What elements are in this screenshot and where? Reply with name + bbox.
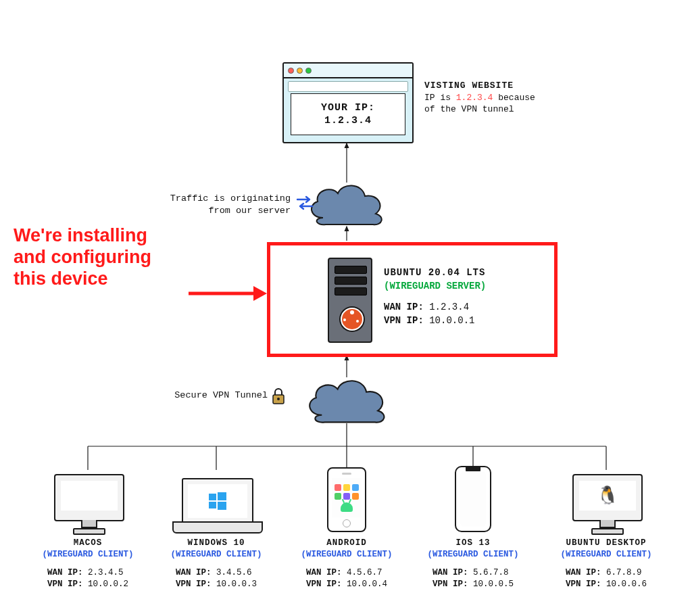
svg-rect-15	[209, 502, 216, 508]
android-phone-icon	[327, 467, 366, 532]
traffic-caption: Traffic is originating from our server	[142, 193, 291, 216]
server-wan-v: 1.2.3.4	[429, 302, 469, 312]
maximize-icon	[305, 68, 312, 74]
client-role: (WIREGUARD CLIENT)	[155, 549, 277, 561]
client-wan-v: 2.3.4.5	[88, 568, 124, 577]
client-role: (WIREGUARD CLIENT)	[27, 549, 149, 561]
client-vpn-v: 10.0.0.2	[88, 579, 128, 589]
server-vpn-k: VPN IP:	[384, 315, 424, 326]
clients-row: MACOS (WIREGUARD CLIENT) WAN IP: 2.3.4.5…	[0, 470, 692, 612]
tunnel-caption: Secure VPN Tunnel	[159, 390, 268, 400]
ubuntu-logo-icon	[341, 308, 364, 331]
client-windows: WINDOWS 10 (WIREGUARD CLIENT) WAN IP: 3.…	[155, 470, 277, 612]
callout-l2: and configuring	[14, 247, 189, 268]
traffic-arrows-icon	[296, 195, 314, 214]
client-ubuntu: 🐧 UBUNTU DESKTOP (WIREGUARD CLIENT) WAN …	[545, 470, 667, 612]
browser-content: YOUR IP: 1.2.3.4	[291, 93, 405, 135]
website-caption-ip: 1.2.3.4	[456, 93, 493, 103]
website-caption-suffix1: because	[493, 93, 535, 103]
traffic-caption-l2: from our server	[142, 205, 291, 217]
client-os: WINDOWS 10	[155, 538, 277, 549]
callout-arrow-icon	[187, 283, 268, 304]
client-ios: IOS 13 (WIREGUARD CLIENT) WAN IP: 5.6.7.…	[412, 470, 534, 612]
server-caption: UBUNTU 20.04 LTS (WIREGUARD SERVER) WAN …	[384, 266, 486, 327]
minimize-icon	[297, 68, 303, 74]
imac-icon	[54, 474, 122, 532]
client-android: ANDROID (WIREGUARD CLIENT) WAN IP: 4.5.6…	[286, 470, 407, 612]
client-os: MACOS	[27, 538, 149, 549]
client-os: ANDROID	[286, 538, 407, 549]
server-wan-k: WAN IP:	[384, 302, 424, 312]
client-macos: MACOS (WIREGUARD CLIENT) WAN IP: 2.3.4.5…	[27, 470, 149, 612]
cloud-vpn-icon	[295, 372, 399, 432]
server-icon	[328, 258, 372, 343]
server-vpn-v: 10.0.0.1	[429, 315, 474, 326]
server-highlight-box: UBUNTU 20.04 LTS (WIREGUARD SERVER) WAN …	[267, 242, 558, 357]
client-os: UBUNTU DESKTOP	[545, 538, 667, 549]
close-icon	[288, 68, 294, 74]
traffic-caption-l1: Traffic is originating	[142, 193, 291, 205]
server-role: (WIREGUARD SERVER)	[384, 279, 486, 293]
website-caption-suffix2: of the VPN tunnel	[424, 103, 580, 116]
desktop-icon: 🐧	[572, 474, 640, 532]
svg-rect-14	[218, 492, 226, 500]
android-logo-icon	[341, 502, 353, 512]
svg-rect-16	[218, 502, 226, 510]
client-role: (WIREGUARD CLIENT)	[286, 549, 407, 561]
client-os: IOS 13	[412, 538, 534, 549]
server-os: UBUNTU 20.04 LTS	[384, 266, 486, 279]
website-caption-heading: VISTING WEBSITE	[424, 80, 580, 92]
browser-titlebar	[284, 64, 412, 78]
svg-rect-13	[209, 494, 216, 500]
client-wan-k: WAN IP:	[47, 568, 83, 577]
browser-ip-label: YOUR IP:	[321, 101, 375, 115]
iphone-icon	[455, 466, 491, 532]
callout-text: We're installing and configuring this de…	[14, 225, 189, 290]
client-role: (WIREGUARD CLIENT)	[412, 549, 534, 561]
callout-l3: this device	[14, 268, 189, 290]
svg-point-12	[277, 398, 280, 400]
callout-l1: We're installing	[14, 225, 189, 247]
browser-ip-value: 1.2.3.4	[324, 114, 372, 128]
windows-logo-icon	[207, 491, 228, 511]
website-caption: VISTING WEBSITE IP is 1.2.3.4 because of…	[424, 80, 580, 116]
client-vpn-k: VPN IP:	[47, 579, 83, 589]
cloud-internet-icon	[303, 177, 391, 234]
lock-icon	[270, 387, 287, 408]
client-role: (WIREGUARD CLIENT)	[545, 549, 667, 561]
laptop-icon	[172, 478, 260, 532]
website-caption-prefix: IP is	[424, 93, 456, 103]
browser-window: YOUR IP: 1.2.3.4	[282, 62, 414, 143]
browser-urlbar	[288, 81, 408, 92]
tux-logo-icon: 🐧	[597, 485, 618, 506]
